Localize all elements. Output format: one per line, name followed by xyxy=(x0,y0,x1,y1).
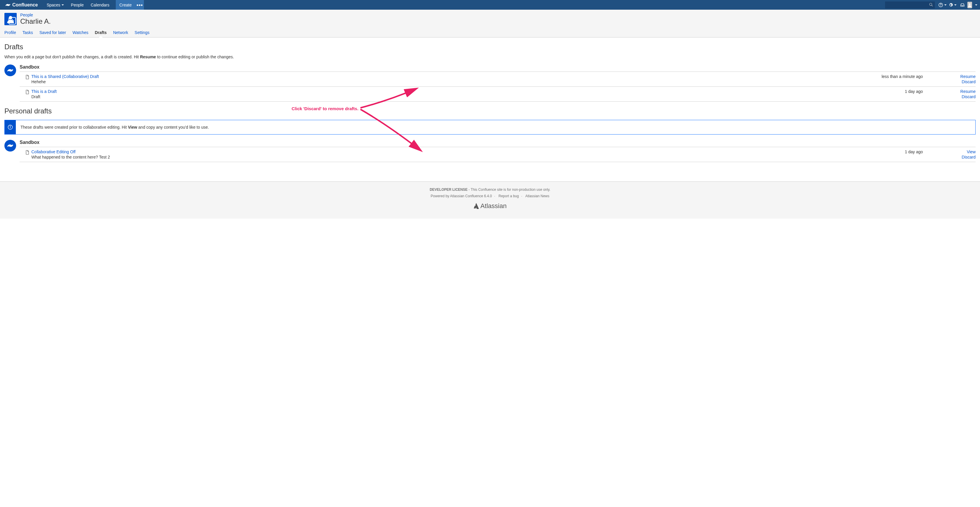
tab-saved-for-later[interactable]: Saved for later xyxy=(39,28,66,37)
nav-calendars[interactable]: Calendars xyxy=(87,0,113,10)
space-avatar xyxy=(5,140,16,151)
draft-timestamp: 1 day ago xyxy=(905,149,923,154)
nav-spaces[interactable]: Spaces xyxy=(43,0,67,10)
draft-title-link[interactable]: Collaborative Editing Off xyxy=(31,149,76,154)
tab-profile[interactable]: Profile xyxy=(5,28,16,37)
inbox-icon xyxy=(960,3,965,7)
footer-license-text: - This Confluence site is for non-produc… xyxy=(468,188,550,192)
atlassian-icon xyxy=(473,203,479,209)
footer-news[interactable]: Atlassian News xyxy=(525,194,549,198)
page-icon xyxy=(25,75,30,79)
svg-point-4 xyxy=(969,3,970,5)
svg-point-3 xyxy=(941,6,941,6)
user-menu-button[interactable] xyxy=(968,0,977,10)
info-text: These drafts were created prior to colla… xyxy=(16,120,214,134)
drafts-heading: Drafts xyxy=(5,43,975,51)
view-link[interactable]: View xyxy=(967,149,975,154)
resume-link[interactable]: Resume xyxy=(960,74,975,79)
draft-row: This is a Draft Draft 1 day ago Resume D… xyxy=(20,87,975,102)
primary-nav: Spaces People Calendars Create ●●● xyxy=(43,0,144,10)
drafts-description: When you edit a page but don't publish t… xyxy=(5,54,975,59)
logo-text: Confluence xyxy=(12,2,38,8)
search-input[interactable] xyxy=(885,2,935,8)
help-icon xyxy=(939,3,943,7)
space-name: Sandbox xyxy=(20,65,975,72)
profile-tabs: Profile Tasks Saved for later Watches Dr… xyxy=(5,28,975,37)
draft-excerpt: Draft xyxy=(31,94,905,99)
footer-powered-by[interactable]: Powered by Atlassian Confluence 6.4.0 xyxy=(431,194,492,198)
tab-watches[interactable]: Watches xyxy=(73,28,89,37)
chevron-down-icon xyxy=(975,5,977,6)
gear-icon xyxy=(948,3,953,7)
chevron-down-icon xyxy=(954,5,956,6)
tab-tasks[interactable]: Tasks xyxy=(22,28,33,37)
notifications-button[interactable] xyxy=(958,0,967,10)
profile-header: People Charlie A. Profile Tasks Saved fo… xyxy=(0,10,980,38)
top-navigation: Confluence Spaces People Calendars Creat… xyxy=(0,0,980,10)
create-button[interactable]: Create xyxy=(116,0,135,10)
draft-excerpt: Hehehe xyxy=(31,79,881,84)
tab-drafts[interactable]: Drafts xyxy=(95,28,107,37)
top-right-controls xyxy=(885,0,977,10)
confluence-logo[interactable]: Confluence xyxy=(5,2,38,8)
main-content: Drafts When you edit a page but don't pu… xyxy=(0,38,980,173)
atlassian-footer-logo[interactable]: Atlassian xyxy=(0,202,980,210)
draft-row: Collaborative Editing Off What happened … xyxy=(20,147,975,162)
confluence-icon xyxy=(5,2,11,8)
page-icon xyxy=(25,150,30,155)
confluence-space-icon xyxy=(7,142,13,149)
info-icon xyxy=(8,124,13,130)
draft-title-link[interactable]: This is a Shared (Collaborative) Draft xyxy=(31,74,99,79)
svg-line-1 xyxy=(932,5,933,6)
space-name: Sandbox xyxy=(20,140,975,147)
search-icon xyxy=(929,3,933,8)
profile-avatar xyxy=(5,13,17,25)
help-button[interactable] xyxy=(938,0,947,10)
tab-settings[interactable]: Settings xyxy=(135,28,150,37)
page-icon xyxy=(25,90,30,94)
avatar-icon xyxy=(967,2,972,8)
draft-timestamp: less than a minute ago xyxy=(881,74,923,79)
personal-drafts-space-block: Sandbox Collaborative Editing Off What h… xyxy=(5,140,975,162)
more-menu-button[interactable]: ●●● xyxy=(135,0,144,10)
svg-point-9 xyxy=(10,126,11,127)
draft-timestamp: 1 day ago xyxy=(905,89,923,94)
info-banner: These drafts were created prior to colla… xyxy=(5,120,975,135)
discard-link[interactable]: Discard xyxy=(962,94,975,99)
settings-button[interactable] xyxy=(948,0,957,10)
personal-drafts-heading: Personal drafts xyxy=(5,107,975,115)
resume-link[interactable]: Resume xyxy=(960,89,975,94)
nav-people[interactable]: People xyxy=(67,0,88,10)
footer-report-bug[interactable]: Report a bug xyxy=(498,194,519,198)
draft-row: This is a Shared (Collaborative) Draft H… xyxy=(20,72,975,87)
profile-name: Charlie A. xyxy=(20,17,51,25)
drafts-space-block: Sandbox This is a Shared (Collaborative)… xyxy=(5,65,975,102)
tab-network[interactable]: Network xyxy=(113,28,128,37)
space-avatar xyxy=(5,65,16,76)
discard-link[interactable]: Discard xyxy=(962,155,975,159)
draft-title-link[interactable]: This is a Draft xyxy=(31,89,57,94)
breadcrumb-people[interactable]: People xyxy=(20,13,33,17)
add-icon xyxy=(8,17,16,25)
chevron-down-icon xyxy=(944,5,947,6)
discard-link[interactable]: Discard xyxy=(962,79,975,84)
page-footer: DEVELOPER LICENSE - This Confluence site… xyxy=(0,181,980,219)
confluence-space-icon xyxy=(7,67,13,73)
chevron-down-icon xyxy=(62,5,64,6)
draft-excerpt: What happened to the content here? Test … xyxy=(31,155,905,159)
footer-license-bold: DEVELOPER LICENSE xyxy=(430,188,468,192)
svg-point-0 xyxy=(930,3,932,5)
